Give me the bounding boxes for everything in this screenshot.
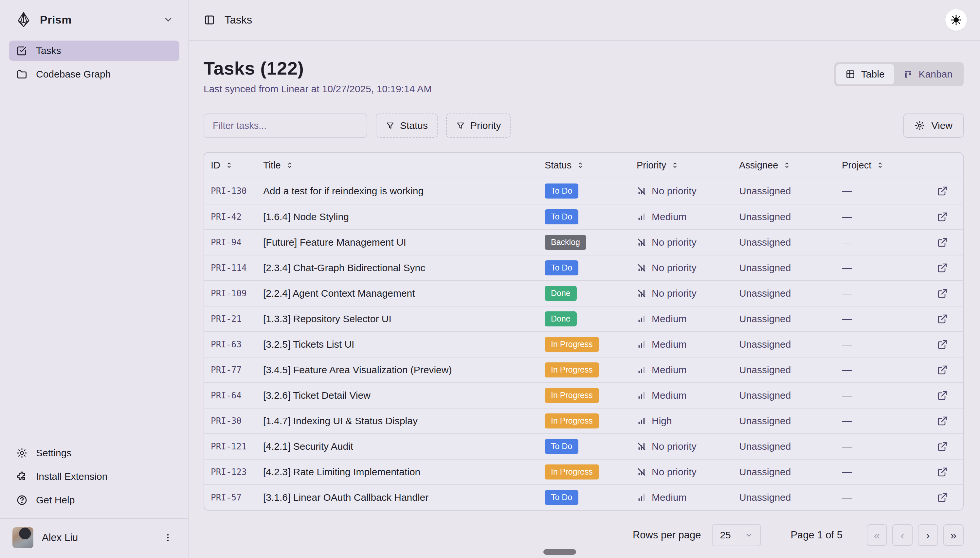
external-link-icon[interactable] (936, 236, 949, 249)
priority-icon (636, 467, 646, 477)
external-link-icon[interactable] (936, 210, 949, 223)
table-row[interactable]: PRI-123 [4.2.3] Rate Limiting Implementa… (204, 459, 963, 484)
column-header-status[interactable]: Status (545, 160, 636, 171)
prev-page-button[interactable]: ‹ (892, 524, 913, 546)
external-link-icon[interactable] (936, 389, 949, 402)
horizontal-scrollbar-thumb[interactable] (543, 549, 576, 555)
external-link-icon[interactable] (936, 363, 949, 376)
user-name: Alex Liu (42, 532, 151, 543)
view-mode-toggle: Table Kanban (834, 62, 964, 86)
content: Tasks (122) Last synced from Linear at 1… (189, 41, 980, 558)
task-project: — (842, 466, 930, 478)
status-badge: Done (545, 286, 577, 301)
external-link-icon[interactable] (936, 184, 949, 197)
view-options-button[interactable]: View (903, 113, 964, 138)
priority-icon (636, 314, 646, 324)
view-options-label: View (932, 120, 952, 131)
workspace-switcher[interactable]: Prism (9, 7, 179, 32)
priority-icon (636, 492, 646, 502)
status-badge: Done (545, 311, 577, 327)
task-id: PRI-94 (211, 238, 263, 247)
column-header-priority[interactable]: Priority (636, 160, 739, 171)
table-row[interactable]: PRI-114 [2.3.4] Chat-Graph Bidirectional… (204, 255, 963, 280)
theme-toggle-button[interactable] (945, 9, 967, 31)
table-row[interactable]: PRI-21 [1.3.3] Repository Selector UI Do… (204, 306, 963, 332)
external-link-icon[interactable] (936, 491, 949, 504)
sidebar-item-get-help[interactable]: Get Help (9, 491, 179, 510)
filter-funnel-icon (456, 121, 465, 130)
sort-icon (671, 162, 679, 169)
external-link-icon[interactable] (936, 261, 949, 274)
first-page-button[interactable]: « (867, 524, 887, 546)
task-assignee: Unassigned (739, 237, 842, 248)
sidebar-nav: Tasks Codebase Graph (9, 41, 179, 84)
gear-icon (16, 448, 28, 459)
priority-icon (636, 238, 646, 247)
page-title: Tasks (122) (204, 57, 432, 79)
task-priority: No priority (636, 262, 739, 273)
task-project: — (842, 262, 930, 273)
task-title: [Future] Feature Management UI (263, 237, 545, 248)
view-toggle-kanban-label: Kanban (919, 69, 952, 80)
status-filter-button[interactable]: Status (376, 113, 437, 138)
task-priority: No priority (636, 466, 739, 478)
priority-icon (636, 365, 646, 375)
user-menu[interactable]: Alex Liu (9, 519, 179, 548)
sidebar-item-codebase-graph[interactable]: Codebase Graph (9, 64, 179, 84)
external-link-icon[interactable] (936, 414, 949, 427)
task-id: PRI-114 (211, 263, 263, 273)
column-header-title[interactable]: Title (263, 160, 545, 171)
table-row[interactable]: PRI-94 [Future] Feature Management UI Ba… (204, 229, 963, 255)
view-toggle-table[interactable]: Table (836, 64, 894, 84)
view-toggle-kanban[interactable]: Kanban (894, 64, 962, 84)
external-link-icon[interactable] (936, 338, 949, 351)
external-link-icon[interactable] (936, 287, 949, 300)
last-page-button[interactable]: » (943, 524, 964, 546)
external-link-icon[interactable] (936, 312, 949, 325)
sort-icon (286, 162, 293, 169)
task-id: PRI-42 (211, 212, 263, 222)
external-link-icon[interactable] (936, 465, 949, 479)
task-project: — (842, 415, 930, 427)
status-badge: In Progress (545, 388, 599, 403)
prism-logo-icon (15, 11, 32, 28)
chevron-down-icon (745, 531, 753, 539)
filter-tasks-input[interactable] (204, 113, 367, 138)
kebab-menu-icon[interactable] (160, 531, 176, 545)
task-assignee: Unassigned (739, 441, 842, 452)
panel-left-icon[interactable] (204, 14, 215, 26)
external-link-icon[interactable] (936, 440, 949, 453)
column-header-id[interactable]: ID (211, 160, 263, 171)
table-row[interactable]: PRI-130 Add a test for if reindexing is … (204, 178, 963, 204)
task-project: — (842, 441, 930, 452)
task-priority: Medium (636, 492, 739, 503)
sun-icon (950, 14, 962, 26)
column-header-project[interactable]: Project (842, 160, 930, 171)
task-title: [1.3.3] Repository Selector UI (263, 313, 545, 325)
sidebar-item-install-extension[interactable]: Install Extension (9, 467, 179, 486)
main-area: Tasks Tasks (122) Last synced from Linea… (189, 0, 980, 558)
column-header-assignee[interactable]: Assignee (739, 160, 842, 171)
priority-icon (636, 289, 646, 298)
table-row[interactable]: PRI-77 [3.4.5] Feature Area Visualizatio… (204, 357, 963, 382)
sidebar-item-label: Settings (36, 448, 71, 459)
rows-per-page-select[interactable]: 25 (712, 524, 761, 546)
table-row[interactable]: PRI-121 [4.2.1] Security Audit To Do No … (204, 433, 963, 459)
next-page-button[interactable]: › (918, 524, 938, 546)
priority-filter-button[interactable]: Priority (446, 113, 511, 138)
sidebar-item-settings[interactable]: Settings (9, 443, 179, 463)
sidebar-item-tasks[interactable]: Tasks (9, 41, 179, 61)
table-row[interactable]: PRI-30 [1.4.7] Indexing UI & Status Disp… (204, 408, 963, 433)
avatar (12, 527, 33, 548)
table-row[interactable]: PRI-57 [3.1.6] Linear OAuth Callback Han… (204, 484, 963, 510)
task-id: PRI-63 (211, 340, 263, 349)
priority-icon (636, 416, 646, 426)
table-row[interactable]: PRI-109 [2.2.4] Agent Context Management… (204, 280, 963, 306)
priority-icon (636, 212, 646, 222)
task-title: [2.3.4] Chat-Graph Bidirectional Sync (263, 262, 545, 273)
table-row[interactable]: PRI-42 [1.6.4] Node Styling To Do Medium… (204, 204, 963, 229)
task-assignee: Unassigned (739, 185, 842, 197)
task-assignee: Unassigned (739, 492, 842, 503)
table-row[interactable]: PRI-63 [3.2.5] Tickets List UI In Progre… (204, 332, 963, 357)
table-row[interactable]: PRI-64 [3.2.6] Ticket Detail View In Pro… (204, 382, 963, 408)
